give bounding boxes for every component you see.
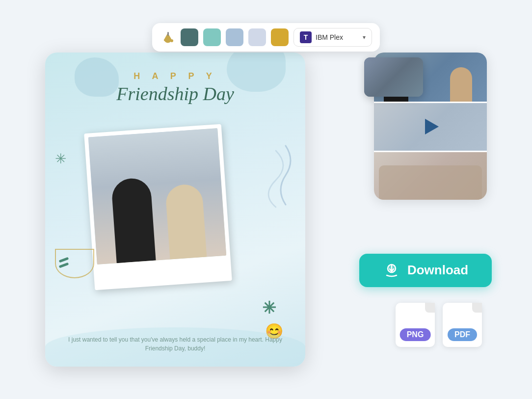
- asterisk-decoration-bottom: ✳: [262, 298, 276, 318]
- download-icon: [383, 262, 400, 279]
- gold-curve-decoration: [55, 249, 94, 278]
- floating-photo: [364, 57, 423, 97]
- font-name-label: IBM Plex: [316, 33, 359, 41]
- chevron-down-icon: ▾: [363, 34, 366, 41]
- toolbar: T IBM Plex ▾: [152, 23, 380, 52]
- polaroid-photo: [88, 128, 226, 265]
- pdf-file-icon: PDF: [443, 303, 482, 347]
- color-swatch-gold[interactable]: [271, 28, 289, 46]
- png-file-button[interactable]: PNG: [396, 303, 435, 347]
- png-badge: PNG: [400, 328, 431, 341]
- polaroid-frame: [84, 124, 232, 290]
- play-button[interactable]: [420, 116, 441, 137]
- design-card: H A P P Y Friendship Day ✳ 😊 ✳ I just wa…: [45, 53, 305, 367]
- png-file-icon: PNG: [396, 303, 435, 347]
- file-format-buttons: PNG PDF: [396, 303, 482, 347]
- bottom-wave-decoration: [45, 327, 305, 367]
- pdf-badge: PDF: [448, 328, 477, 341]
- play-triangle-icon: [425, 119, 439, 134]
- photo-bg-3: [374, 152, 487, 200]
- curl-decoration: [251, 141, 295, 210]
- paint-bucket-icon[interactable]: [160, 29, 176, 45]
- font-selector[interactable]: T IBM Plex ▾: [293, 28, 372, 47]
- pdf-file-button[interactable]: PDF: [443, 303, 482, 347]
- happy-text: H A P P Y: [45, 71, 305, 81]
- svg-rect-0: [167, 32, 169, 36]
- main-container: T IBM Plex ▾ H A P P Y Friendship Day ✳ …: [45, 23, 487, 376]
- photo-item-2[interactable]: [374, 102, 487, 151]
- svg-point-1: [170, 39, 173, 42]
- photo-item-3[interactable]: [374, 151, 487, 200]
- color-swatch-light-gray-blue[interactable]: [248, 28, 266, 46]
- download-label: Download: [407, 263, 468, 278]
- font-t-icon: T: [300, 31, 312, 43]
- color-swatch-light-blue[interactable]: [226, 28, 243, 46]
- asterisk-decoration-left: ✳: [55, 151, 66, 167]
- color-swatch-dark-teal[interactable]: [181, 28, 198, 46]
- friendship-day-title: Friendship Day: [45, 83, 305, 105]
- color-swatch-light-teal[interactable]: [203, 28, 221, 46]
- download-button[interactable]: Download: [359, 254, 492, 287]
